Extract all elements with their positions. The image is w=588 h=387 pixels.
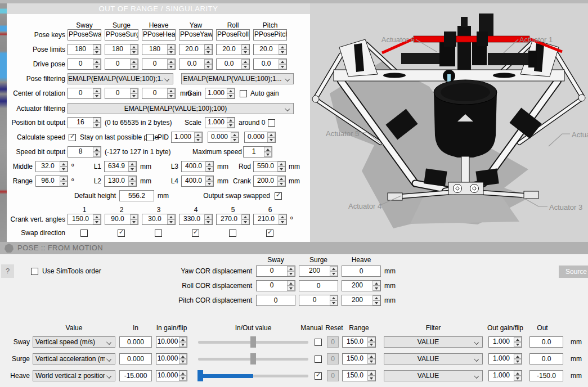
yaw-cor-sway-spinner[interactable]: 0 <box>256 266 295 277</box>
spin-down-icon[interactable] <box>205 166 213 172</box>
spin-down-icon[interactable] <box>267 137 275 142</box>
pid-p-spinner[interactable]: 1.000 <box>171 132 203 143</box>
spin-down-icon[interactable] <box>330 300 338 305</box>
spin-up-icon[interactable] <box>60 176 68 181</box>
pose-limit-roll-spinner[interactable]: 20.0 <box>216 44 250 55</box>
pose-limit-pitch-spinner[interactable]: 20.0 <box>253 44 287 55</box>
crank-angle-6-spinner[interactable]: 210.0 <box>253 214 287 225</box>
roll-cor-sway-spinner[interactable]: 0 <box>256 280 295 291</box>
spin-down-icon[interactable] <box>514 359 522 364</box>
spin-down-icon[interactable] <box>130 50 138 55</box>
pose-filter-dropdown-1[interactable]: EMALP(EMALP(VALUE;100);1... <box>68 73 173 84</box>
rig-3d-viewport[interactable]: Actuator 6 Actuator 1 Actuator 5 Actua A… <box>310 3 588 242</box>
pid-i-spinner[interactable]: 0.000 <box>208 132 239 143</box>
spin-down-icon[interactable] <box>277 181 285 186</box>
spin-up-icon[interactable] <box>194 132 202 137</box>
pose-from-motion-section-bar[interactable]: POSE :: FROM MOTION <box>0 242 588 254</box>
spin-down-icon[interactable] <box>231 137 239 142</box>
sway-range-spinner[interactable]: 150.0 <box>342 336 376 348</box>
spin-up-icon[interactable] <box>330 295 338 300</box>
swap-direction-6-checkbox[interactable] <box>266 230 273 237</box>
spin-down-icon[interactable] <box>130 64 138 69</box>
crank-angle-3-spinner[interactable]: 30.0 <box>142 214 176 225</box>
pose-key-sway-input[interactable]: PPoseSway <box>68 29 101 40</box>
spin-down-icon[interactable] <box>167 50 175 55</box>
sway-source-dropdown[interactable]: Vertical speed (m/s) <box>33 336 115 348</box>
spin-down-icon[interactable] <box>287 286 295 291</box>
spin-down-icon[interactable] <box>514 342 522 347</box>
swap-direction-5-checkbox[interactable] <box>229 230 236 237</box>
crank-angle-4-spinner[interactable]: 330.0 <box>179 214 213 225</box>
drive-pose-heave-spinner[interactable]: 0 <box>142 58 176 70</box>
surge-in-gain-spinner[interactable]: 10.000 <box>156 353 187 364</box>
pose-key-pitch-input[interactable]: PPosePitch <box>253 29 287 40</box>
spin-up-icon[interactable] <box>227 118 235 123</box>
spin-up-icon[interactable] <box>167 59 175 64</box>
sway-reset-button[interactable]: 0 <box>327 336 339 348</box>
heave-reset-button[interactable]: 0 <box>327 370 339 381</box>
spin-up-icon[interactable] <box>128 176 136 181</box>
chevron-down-icon[interactable] <box>283 74 293 84</box>
spin-down-icon[interactable] <box>277 166 285 172</box>
spin-up-icon[interactable] <box>167 44 175 50</box>
sway-manual-checkbox[interactable] <box>315 339 322 346</box>
spin-up-icon[interactable] <box>93 214 101 219</box>
chevron-down-icon[interactable] <box>472 354 482 364</box>
heave-source-dropdown[interactable]: World vertical z position (m <box>33 370 115 381</box>
spin-down-icon[interactable] <box>179 342 187 347</box>
spin-up-icon[interactable] <box>277 176 285 181</box>
spin-up-icon[interactable] <box>277 161 285 166</box>
spin-down-icon[interactable] <box>167 64 175 69</box>
heave-out-gain-spinner[interactable]: 1.000 <box>488 370 522 381</box>
calculate-speed-checkbox[interactable] <box>69 134 76 141</box>
output-swap-checkbox[interactable] <box>275 192 282 200</box>
spin-down-icon[interactable] <box>227 93 235 98</box>
spin-up-icon[interactable] <box>514 337 522 342</box>
spin-down-icon[interactable] <box>279 64 286 69</box>
around-zero-checkbox[interactable] <box>268 119 275 127</box>
spin-down-icon[interactable] <box>241 219 249 224</box>
spin-up-icon[interactable] <box>179 354 187 359</box>
spin-up-icon[interactable] <box>204 44 212 50</box>
spin-down-icon[interactable] <box>279 50 286 55</box>
surge-manual-checkbox[interactable] <box>315 356 322 363</box>
chevron-down-icon[interactable] <box>105 354 115 364</box>
cor-y-spinner[interactable]: 0 <box>105 88 138 99</box>
spin-up-icon[interactable] <box>93 147 101 152</box>
spin-down-icon[interactable] <box>194 137 202 142</box>
spin-up-icon[interactable] <box>287 266 295 271</box>
spin-up-icon[interactable] <box>264 147 272 152</box>
spin-up-icon[interactable] <box>367 337 375 342</box>
chevron-down-icon[interactable] <box>105 337 115 347</box>
heave-inout-slider[interactable] <box>198 370 308 381</box>
rod-spinner[interactable]: 550.0 <box>253 161 286 172</box>
spin-down-icon[interactable] <box>279 219 286 224</box>
l4-spinner[interactable]: 400.0 <box>181 176 214 187</box>
swap-direction-3-checkbox[interactable] <box>155 230 162 237</box>
spin-up-icon[interactable] <box>241 214 249 219</box>
speed-bit-spinner[interactable]: 8 <box>68 146 101 158</box>
spin-up-icon[interactable] <box>267 132 275 137</box>
source-button[interactable]: Source <box>559 266 588 278</box>
roll-cor-heave-spinner[interactable]: 200 <box>342 280 381 291</box>
spin-down-icon[interactable] <box>330 271 338 276</box>
spin-up-icon[interactable] <box>372 281 380 286</box>
crank-angle-2-spinner[interactable]: 90.0 <box>105 214 138 225</box>
spin-down-icon[interactable] <box>179 359 187 364</box>
sway-inout-slider[interactable] <box>198 336 308 348</box>
chevron-down-icon[interactable] <box>163 74 173 84</box>
drive-pose-pitch-spinner[interactable]: 0.0 <box>253 58 287 70</box>
heave-filter-dropdown[interactable]: VALUE <box>384 370 483 381</box>
sway-filter-dropdown[interactable]: VALUE <box>384 336 483 348</box>
heave-in-gain-spinner[interactable]: 10.000 <box>156 370 187 381</box>
spin-up-icon[interactable] <box>130 214 138 219</box>
surge-source-dropdown[interactable]: Vertical acceleration (m/s²) <box>33 353 115 364</box>
surge-out-gain-spinner[interactable]: 1.000 <box>488 353 522 364</box>
spin-up-icon[interactable] <box>287 281 295 286</box>
spin-up-icon[interactable] <box>93 88 101 93</box>
slider-handle[interactable] <box>250 353 256 364</box>
drive-pose-yaw-spinner[interactable]: 0.0 <box>179 58 213 70</box>
pose-key-heave-input[interactable]: PPoseHeave <box>142 29 176 40</box>
cor-x-spinner[interactable]: 0 <box>68 88 101 99</box>
yaw-cor-surge-spinner[interactable]: 200 <box>299 266 338 277</box>
